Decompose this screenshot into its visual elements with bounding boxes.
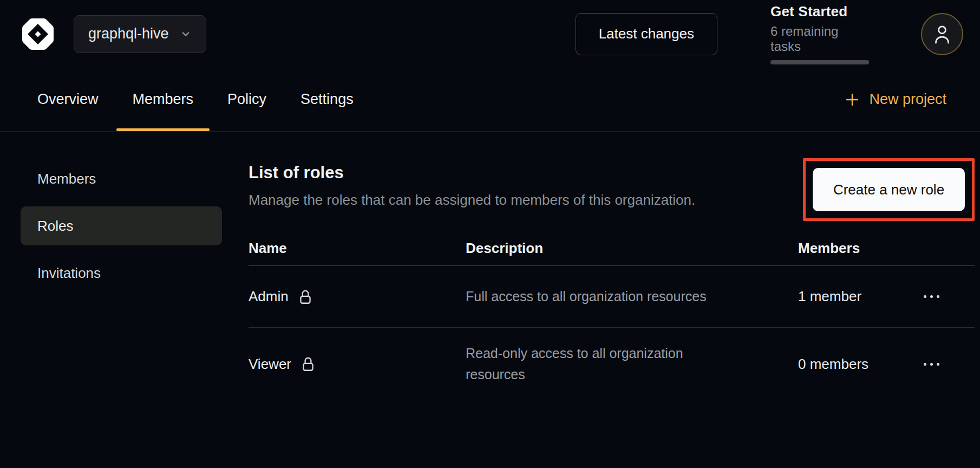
new-project-label: New project <box>869 91 946 108</box>
get-started-title: Get Started <box>770 3 869 20</box>
column-header-members: Members <box>798 240 922 257</box>
org-tab-bar: Overview Members Policy Settings New pro… <box>0 68 980 132</box>
tab-overview[interactable]: Overview <box>21 68 115 131</box>
sidebar-item-roles[interactable]: Roles <box>21 206 222 245</box>
hive-logo-icon[interactable] <box>21 17 55 51</box>
chevron-down-icon <box>180 28 192 40</box>
ellipsis-icon <box>924 363 926 366</box>
column-header-description: Description <box>466 240 798 257</box>
get-started-widget[interactable]: Get Started 6 remaining tasks <box>770 3 869 64</box>
tab-settings[interactable]: Settings <box>284 68 370 131</box>
plus-icon <box>844 92 860 108</box>
role-name-cell: Admin <box>249 288 466 305</box>
role-members-count: 1 member <box>798 288 922 305</box>
role-description: Full access to all organization resource… <box>466 286 798 307</box>
tab-members[interactable]: Members <box>116 68 210 131</box>
content-area: Members Roles Invitations List of roles … <box>0 132 980 400</box>
role-name: Viewer <box>249 356 291 373</box>
table-row-admin: Admin Full access to all organization re… <box>249 266 975 328</box>
lock-icon <box>301 356 315 372</box>
members-sidebar: Members Roles Invitations <box>21 159 222 292</box>
latest-changes-button[interactable]: Latest changes <box>576 13 717 55</box>
roles-table: Name Description Members Admin <box>249 231 975 400</box>
ellipsis-menu-button[interactable] <box>922 290 942 303</box>
roles-table-header: Name Description Members <box>249 231 975 266</box>
top-bar: graphql-hive Latest changes Get Started … <box>0 0 980 68</box>
app-root: graphql-hive Latest changes Get Started … <box>0 0 980 468</box>
column-header-name: Name <box>249 240 466 257</box>
get-started-remaining-tasks: 6 remaining tasks <box>770 24 869 54</box>
user-avatar-button[interactable] <box>921 13 963 55</box>
org-selector-dropdown[interactable]: graphql-hive <box>74 15 206 53</box>
create-new-role-button[interactable]: Create a new role <box>813 168 965 211</box>
lock-icon <box>298 289 312 305</box>
ellipsis-icon <box>924 295 926 298</box>
page-title: List of roles <box>249 162 695 183</box>
sidebar-item-invitations[interactable]: Invitations <box>21 253 222 292</box>
role-actions-cell <box>922 290 975 303</box>
annotation-highlight-box: Create a new role <box>803 158 975 221</box>
role-name: Admin <box>249 288 289 305</box>
table-row-viewer: Viewer Read-only access to all organizat… <box>249 328 975 400</box>
roles-panel-header: List of roles Manage the roles that can … <box>249 158 975 221</box>
ellipsis-menu-button[interactable] <box>922 358 942 371</box>
role-name-cell: Viewer <box>249 356 466 373</box>
roles-panel: List of roles Manage the roles that can … <box>249 158 975 400</box>
top-bar-right: Latest changes Get Started 6 remaining t… <box>576 3 963 64</box>
role-members-count: 0 members <box>798 356 922 373</box>
roles-heading-block: List of roles Manage the roles that can … <box>249 158 695 208</box>
role-description: Read-only access to all organization res… <box>466 343 798 385</box>
sidebar-item-members[interactable]: Members <box>21 159 222 198</box>
new-project-button[interactable]: New project <box>844 91 946 108</box>
org-selector-label: graphql-hive <box>88 25 169 42</box>
user-icon <box>932 23 952 45</box>
tab-policy[interactable]: Policy <box>211 68 283 131</box>
page-subtitle: Manage the roles that can be assigned to… <box>249 192 695 208</box>
role-actions-cell <box>922 358 975 371</box>
get-started-progress-bar <box>770 60 869 64</box>
